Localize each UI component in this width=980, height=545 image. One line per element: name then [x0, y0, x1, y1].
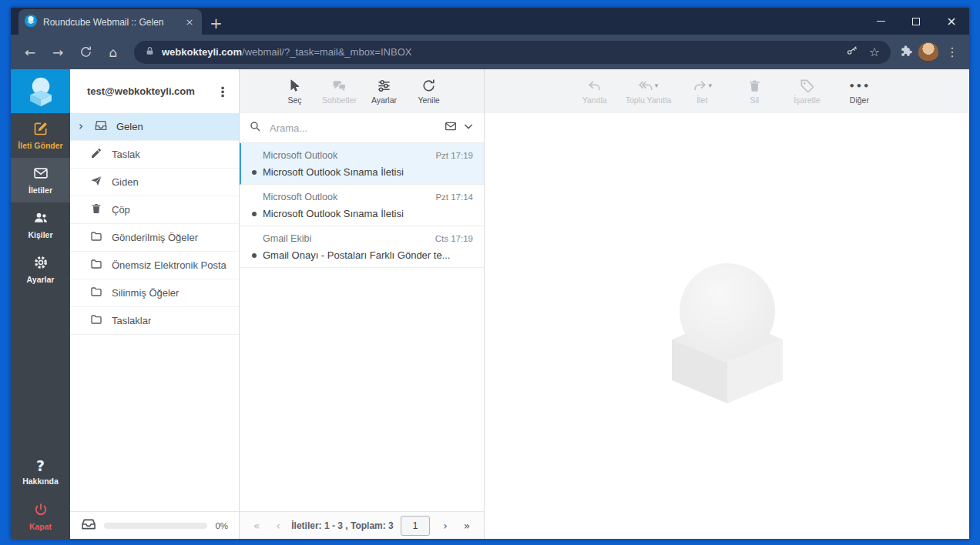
- reply-all-button[interactable]: ▾ Toplu Yanıtla: [626, 78, 672, 105]
- page-number-input[interactable]: [401, 516, 430, 536]
- message-row[interactable]: Microsoft Outlook Pzt 17:14 Microsoft Ou…: [240, 185, 484, 226]
- sidebar-item-label: İleti Gönder: [18, 141, 62, 150]
- message-subject: Gmail Onayı - Postaları Farklı Gönder te…: [263, 249, 450, 261]
- last-page-icon[interactable]: »: [458, 520, 476, 532]
- toolbar-label: Sil: [750, 95, 760, 105]
- address-bar[interactable]: webkokteyli.com/webmail/?_task=mail&_mbo…: [134, 41, 891, 64]
- tab-title: Roundcube Webmail :: Gelen: [43, 17, 177, 28]
- contacts-people-icon: [33, 210, 49, 227]
- folder-item-deleted-items[interactable]: Silinmiş Öğeler: [70, 279, 239, 307]
- reply-all-caret-icon[interactable]: ▾: [655, 82, 659, 89]
- reload-button[interactable]: [74, 41, 97, 64]
- trash-icon: [747, 78, 762, 93]
- browser-menu-icon[interactable]: ⋮: [943, 45, 962, 59]
- delete-button[interactable]: Sil: [733, 78, 776, 105]
- search-bar: [240, 113, 484, 143]
- folder-menu-kebab-icon[interactable]: ⋮: [216, 84, 230, 99]
- message-subject: Microsoft Outlook Sınama İletisi: [263, 208, 404, 219]
- toolbar-label: Yenile: [418, 95, 439, 105]
- toolbar-label: Seç: [287, 95, 301, 105]
- tag-icon: [800, 78, 814, 93]
- forward-icon: ▾: [693, 78, 713, 93]
- mail-envelope-icon: [33, 166, 49, 182]
- message-date: Pzt 17:14: [435, 192, 473, 202]
- message-sender: Gmail Ekibi: [263, 233, 429, 244]
- message-row[interactable]: Gmail Ekibi Cts 17:19 Gmail Onayı - Post…: [240, 226, 484, 268]
- folder-item-sent-items[interactable]: Gönderilmiş Öğeler: [70, 224, 239, 252]
- folder-panel-header: test@webkokteyli.com ⋮: [70, 69, 239, 113]
- compose-icon: [33, 121, 49, 138]
- profile-avatar[interactable]: [918, 42, 938, 62]
- sidebar-item-label: Kişiler: [28, 230, 52, 239]
- threads-button[interactable]: Sohbetler: [320, 78, 360, 105]
- sidebar-item-logout[interactable]: Kapat: [11, 494, 70, 539]
- next-page-icon[interactable]: ›: [436, 520, 455, 532]
- bookmark-star-icon[interactable]: ☆: [869, 45, 880, 59]
- search-options-chevron-icon[interactable]: [462, 120, 475, 135]
- reply-button[interactable]: Yanıtla: [573, 78, 616, 105]
- browser-tab[interactable]: Roundcube Webmail :: Gelen ×: [18, 9, 202, 35]
- sidebar-item-about[interactable]: ? Hakkında: [11, 450, 70, 494]
- trash-icon: [90, 202, 102, 217]
- mail-content-panel: Yanıtla ▾ Toplu Yanıtla ▾ İlet: [485, 69, 969, 539]
- search-scope-envelope-icon[interactable]: [445, 120, 457, 135]
- home-button[interactable]: ⌂: [102, 41, 125, 64]
- back-button[interactable]: ←: [18, 41, 42, 64]
- refresh-button[interactable]: Yenile: [409, 78, 449, 105]
- list-options-button[interactable]: Ayarlar: [364, 78, 404, 105]
- toolbar-label: İlet: [696, 95, 707, 105]
- folder-label: Silinmiş Öğeler: [112, 287, 179, 299]
- password-key-icon[interactable]: [846, 45, 858, 59]
- folder-item-draft[interactable]: Taslak: [70, 141, 239, 169]
- folder-icon: [90, 230, 102, 245]
- pagination-bar: « ‹ İletiler: 1 - 3 , Toplam: 3 › »: [240, 511, 484, 539]
- collapse-arrow-icon[interactable]: ›: [76, 121, 86, 132]
- sidebar-item-label: Ayarlar: [27, 275, 55, 284]
- previous-page-icon[interactable]: ‹: [269, 520, 287, 532]
- browser-window: Roundcube Webmail :: Gelen × + × ← → ⌂ w…: [11, 8, 969, 539]
- folder-label: Gelen: [116, 121, 143, 132]
- sidebar-item-mail[interactable]: İletiler: [11, 158, 70, 202]
- power-icon: [33, 502, 49, 519]
- forward-caret-icon[interactable]: ▾: [709, 82, 713, 89]
- reply-icon: [587, 78, 602, 93]
- new-tab-button[interactable]: +: [210, 15, 223, 31]
- more-button[interactable]: ••• Diğer: [837, 78, 881, 105]
- quota-indicator: 0%: [70, 511, 239, 539]
- mark-button[interactable]: İşaretle: [785, 78, 828, 105]
- tab-close-icon[interactable]: ×: [183, 16, 196, 28]
- select-button[interactable]: Seç: [275, 78, 315, 105]
- sidebar-item-label: İletiler: [29, 186, 52, 195]
- folder-item-trash[interactable]: Çöp: [70, 196, 239, 224]
- inbox-icon: [95, 119, 107, 134]
- close-button[interactable]: ×: [934, 8, 969, 35]
- paper-plane-icon: [90, 175, 102, 189]
- sidebar-item-compose[interactable]: İleti Gönder: [11, 113, 70, 158]
- search-input[interactable]: [268, 122, 438, 135]
- extensions-icon[interactable]: [900, 44, 914, 61]
- sidebar-item-label: Kapat: [29, 522, 52, 531]
- minimize-button[interactable]: [863, 8, 898, 35]
- folder-item-junk[interactable]: Önemsiz Elektronik Posta: [70, 252, 239, 279]
- roundcube-logo[interactable]: [11, 69, 70, 113]
- reply-all-icon: ▾: [639, 78, 659, 93]
- folder-item-inbox[interactable]: › Gelen: [70, 113, 239, 141]
- sidebar-item-settings[interactable]: Ayarlar: [11, 247, 70, 292]
- message-row[interactable]: Microsoft Outlook Pzt 17:19 Microsoft Ou…: [240, 143, 484, 185]
- maximize-button[interactable]: [898, 8, 934, 35]
- folder-item-drafts[interactable]: Taslaklar: [70, 307, 239, 335]
- sidebar-item-contacts[interactable]: Kişiler: [11, 202, 70, 247]
- first-page-icon[interactable]: «: [247, 520, 266, 532]
- chat-bubbles-icon: [332, 78, 347, 93]
- toolbar-label: Toplu Yanıtla: [626, 95, 672, 105]
- account-email: test@webkokteyli.com: [87, 85, 216, 97]
- roundcube-app: İleti Gönder İletiler Kişiler Ayarlar: [11, 69, 969, 539]
- refresh-icon: [421, 78, 436, 93]
- folder-label: Çöp: [112, 204, 130, 216]
- message-list-toolbar: Seç Sohbetler Ayarlar: [240, 69, 484, 113]
- message-subject: Microsoft Outlook Sınama İletisi: [263, 166, 404, 178]
- forward-button[interactable]: ▾ İlet: [680, 78, 723, 105]
- forward-button[interactable]: →: [46, 41, 69, 64]
- folder-item-outbox[interactable]: Giden: [70, 169, 239, 196]
- quota-percentage: 0%: [215, 521, 228, 530]
